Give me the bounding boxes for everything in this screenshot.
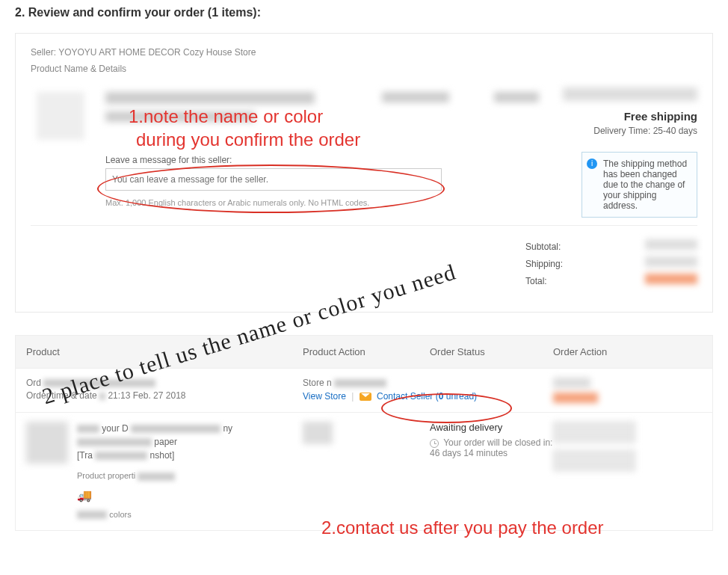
order-time-line: Order time & date 21:13 Feb. 27 2018 — [26, 390, 303, 401]
desc-line2-suffix: paper — [154, 437, 177, 447]
store-name-prefix: Store n — [303, 378, 332, 388]
desc-blur-3 — [77, 438, 152, 446]
shipping-method-blurred — [563, 87, 697, 101]
order-time-blur — [99, 393, 105, 400]
product-price-blurred — [382, 92, 449, 102]
product-description: your D ny paper [Tra nshot] Product prop… — [77, 422, 286, 521]
mail-icon — [360, 393, 371, 401]
leave-message-label: Leave a message for this seller: — [105, 155, 232, 165]
order-table: Product Product Action Order Status Orde… — [15, 335, 713, 531]
divider: | — [351, 391, 354, 402]
unread-suffix: unread) — [443, 391, 477, 402]
order-number-blurred — [43, 379, 155, 387]
clock-icon — [430, 439, 439, 448]
desc-line1-suffix: ny — [223, 423, 232, 434]
total-label: Total: — [525, 276, 570, 286]
desc-line3-prefix: [Tra — [77, 450, 93, 461]
subtotal-value-blurred — [645, 239, 697, 250]
order-action-top-blurred — [553, 378, 590, 388]
delivery-time-value: 25-40 days — [653, 126, 697, 136]
shipping-change-notice: i The shipping method has been changed d… — [582, 152, 697, 218]
order-action-button-1[interactable] — [553, 422, 635, 443]
subtotal-label: Subtotal: — [525, 242, 570, 252]
order-status-text: Awaiting delivery — [430, 422, 553, 433]
order-close-note: Your order will be closed in: 46 days 14… — [430, 437, 553, 458]
product-qty-blurred — [494, 92, 539, 102]
order-time-prefix: Order time & date — [26, 390, 97, 401]
header-product: Product — [26, 346, 303, 357]
section-title: 2. Review and confirm your order (1 item… — [0, 0, 728, 33]
table-header: Product Product Action Order Status Orde… — [15, 335, 713, 369]
info-icon: i — [587, 159, 597, 169]
close-value: 46 days 14 minutes — [430, 448, 508, 458]
delivery-time-label: Delivery Time: — [593, 126, 650, 136]
order-action-button-2[interactable] — [553, 450, 635, 471]
shipping-notice-text: The shipping method has been changed due… — [603, 159, 687, 211]
order-review-box: Seller: YOYOYU ART HOME DECOR Cozy House… — [15, 33, 713, 313]
store-name-line: Store n — [303, 378, 553, 388]
product-row: Free shipping Delivery Time: 25-40 days … — [31, 87, 697, 226]
store-actions: View Store | Contact Seller (0 unread) — [303, 391, 553, 402]
order-number-line: Ord — [26, 378, 303, 388]
order-prefix: Ord — [26, 378, 41, 388]
store-name-blurred — [334, 379, 386, 387]
header-order-action: Order Action — [553, 346, 702, 357]
truck-icon: 🚚 — [77, 487, 286, 505]
colors-blur — [77, 511, 107, 519]
header-product-action: Product Action — [303, 346, 430, 357]
total-value-blurred — [645, 274, 697, 284]
product-thumb-small — [26, 422, 68, 464]
message-hint: Max. 1,000 English characters or Arabic … — [105, 198, 369, 207]
delivery-time: Delivery Time: 25-40 days — [563, 126, 697, 136]
shipping-block: Free shipping Delivery Time: 25-40 days — [563, 87, 697, 136]
product-title-blurred — [105, 92, 315, 104]
order-action-amount-blurred — [553, 393, 598, 403]
product-properties-label: Product properti — [77, 471, 135, 480]
totals-block: Subtotal: Shipping: Total: — [31, 226, 697, 286]
view-store-link[interactable]: View Store — [303, 391, 346, 402]
desc-blur-1 — [77, 425, 99, 433]
order-time-value: 21:13 Feb. 27 2018 — [108, 390, 185, 401]
contact-seller-link[interactable]: Contact Seller (0 unread) — [377, 391, 477, 402]
product-subtitle-blurred — [105, 111, 255, 122]
seller-label: Seller: YOYOYU ART HOME DECOR Cozy House… — [31, 47, 697, 58]
desc-line3-suffix: nshot] — [150, 450, 175, 461]
colors-label: colors — [109, 510, 131, 519]
detail-row: your D ny paper [Tra nshot] Product prop… — [15, 413, 713, 531]
desc-line1-prefix: your D — [102, 423, 128, 434]
desc-blur-2 — [131, 425, 220, 433]
product-thumbnail — [37, 92, 84, 140]
shipping-cost-label: Shipping: — [525, 259, 570, 269]
details-label: Product Name & Details — [31, 64, 697, 74]
product-action-blurred — [303, 422, 333, 444]
close-prefix: Your order will be closed in: — [443, 437, 552, 448]
contact-seller-text: Contact Seller — [377, 391, 433, 402]
store-row: Ord Order time & date 21:13 Feb. 27 2018… — [15, 369, 713, 413]
shipping-value-blurred — [645, 256, 697, 267]
header-order-status: Order Status — [430, 346, 553, 357]
desc-blur-4 — [95, 452, 147, 460]
prop-blur — [138, 473, 175, 481]
free-shipping-label: Free shipping — [563, 110, 697, 123]
seller-message-input[interactable] — [105, 168, 442, 191]
